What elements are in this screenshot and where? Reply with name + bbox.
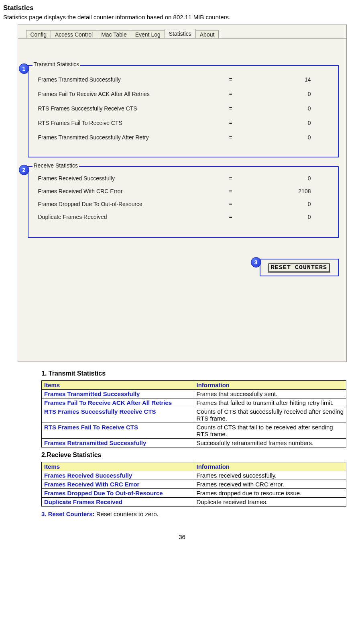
table-row: Frames Transmitted Successfully Frames t… (42, 390, 346, 398)
info-cell: Successfully retransmitted frames number… (194, 439, 346, 447)
transmit-rows: Frames Transmitted Successfully = 14 Fra… (38, 72, 334, 145)
stat-row: Frames Fail To Receive ACK After All Ret… (38, 87, 334, 101)
stat-label: Frames Fail To Receive ACK After All Ret… (38, 91, 199, 97)
info-cell: Counts of CTS that fail to be received a… (194, 423, 346, 439)
stat-eq: = (199, 105, 263, 112)
info-cell: Counts of CTS that successfully received… (194, 407, 346, 423)
table-header-items: Items (42, 381, 194, 390)
tab-access-control[interactable]: Access Control (51, 30, 97, 39)
tab-about[interactable]: About (195, 30, 219, 39)
tab-strip: Config Access Control Mac Table Event Lo… (26, 29, 219, 38)
callout-1: 1 (19, 63, 29, 74)
stat-value: 0 (263, 105, 311, 112)
item-cell: Frames Transmitted Successfully (42, 390, 194, 398)
stat-value: 2108 (263, 188, 311, 194)
stat-eq: = (199, 134, 263, 141)
item-cell: Frames Dropped Due To Out-of-Resource (42, 489, 194, 498)
table-row: RTS Frames Successfully Receive CTS Coun… (42, 407, 346, 423)
callout-2: 2 (19, 165, 29, 175)
stat-label: RTS Frames Successfully Receive CTS (38, 105, 199, 112)
stat-row: Duplicate Frames Received = 0 (38, 210, 334, 223)
item-cell: Frames Retransmitted Successfully (42, 439, 194, 447)
stat-label: Frames Received Successfully (38, 175, 199, 182)
receive-legend: Receive Statistics (33, 162, 79, 169)
section-3-bold: 3. Reset Counters: (41, 511, 95, 517)
stat-row: Frames Received Successfully = 0 (38, 172, 334, 185)
info-cell: Frames received with CRC error. (194, 480, 346, 489)
item-cell: RTS Frames Successfully Receive CTS (42, 407, 194, 423)
stat-row: Frames Dropped Due To Out-of-Resource = … (38, 198, 334, 210)
stat-value: 0 (263, 201, 311, 207)
table-row: Frames Dropped Due To Out-of-Resource Fr… (42, 489, 346, 498)
stat-row: Frames Transmitted Successfully After Re… (38, 130, 334, 145)
stat-value: 0 (263, 91, 311, 97)
section-3-rest: Reset counters to zero. (95, 511, 159, 517)
tab-event-log[interactable]: Event Log (131, 30, 165, 39)
stat-label: Frames Dropped Due To Out-of-Resource (38, 201, 199, 207)
item-cell: Frames Received With CRC Error (42, 480, 194, 489)
info-cell: Duplicate received frames. (194, 498, 346, 507)
reset-counters-wrap: RESET COUNTERS (260, 259, 339, 276)
table-row: Frames Received Successfully Frames rece… (42, 471, 346, 480)
stat-eq: = (199, 188, 263, 194)
section-3-line: 3. Reset Counters: Reset counters to zer… (41, 511, 361, 517)
stat-value: 0 (263, 120, 311, 126)
reset-counters-button[interactable]: RESET COUNTERS (268, 263, 330, 273)
table-row: RTS Frames Fail To Receive CTS Counts of… (42, 423, 346, 439)
transmit-legend: Transmit Statistics (33, 61, 81, 67)
callout-3: 3 (251, 257, 261, 268)
item-cell: Frames Fail To Receive ACK After All Ret… (42, 398, 194, 407)
stat-value: 0 (263, 134, 311, 141)
stat-label: Frames Transmitted Successfully After Re… (38, 134, 199, 141)
section-2-heading: 2.Recieve Statistics (41, 451, 361, 459)
stat-label: Frames Transmitted Successfully (38, 76, 199, 83)
tab-config[interactable]: Config (26, 30, 51, 39)
tab-mac-table[interactable]: Mac Table (97, 30, 131, 39)
stat-label: Frames Received With CRC Error (38, 188, 199, 194)
stat-eq: = (199, 76, 263, 83)
dialog-window: Config Access Control Mac Table Event Lo… (18, 25, 347, 362)
receive-statistics-group: Receive Statistics Frames Received Succe… (28, 166, 339, 238)
stat-row: RTS Frames Fail To Receive CTS = 0 (38, 116, 334, 130)
stat-value: 0 (263, 214, 311, 220)
transmit-statistics-table: Items Information Frames Transmitted Suc… (41, 380, 346, 447)
item-cell: Duplicate Frames Received (42, 498, 194, 507)
table-row: Duplicate Frames Received Duplicate rece… (42, 498, 346, 507)
stat-eq: = (199, 201, 263, 207)
stat-eq: = (199, 120, 263, 126)
stat-row: Frames Received With CRC Error = 2108 (38, 185, 334, 198)
table-header-information: Information (194, 462, 346, 471)
stat-eq: = (199, 91, 263, 97)
stat-row: RTS Frames Successfully Receive CTS = 0 (38, 101, 334, 116)
table-row: Frames Received With CRC Error Frames re… (42, 480, 346, 489)
stat-label: Duplicate Frames Received (38, 214, 199, 220)
page-title: Statistics (3, 4, 361, 12)
stat-eq: = (199, 214, 263, 220)
info-cell: Frames dropped due to resource issue. (194, 489, 346, 498)
table-row: Frames Fail To Receive ACK After All Ret… (42, 398, 346, 407)
intro-text: Statistics page displays the detail coun… (3, 14, 361, 20)
tab-strip-baseline (18, 38, 346, 39)
tab-statistics[interactable]: Statistics (165, 29, 196, 38)
stat-row: Frames Transmitted Successfully = 14 (38, 72, 334, 87)
receive-rows: Frames Received Successfully = 0 Frames … (38, 172, 334, 223)
info-cell: Frames that successfully sent. (194, 390, 346, 398)
table-header-information: Information (194, 381, 346, 390)
info-cell: Frames received successfully. (194, 471, 346, 480)
stat-value: 14 (263, 76, 311, 83)
receive-statistics-table: Items Information Frames Received Succes… (41, 462, 346, 507)
stat-label: RTS Frames Fail To Receive CTS (38, 120, 199, 126)
item-cell: RTS Frames Fail To Receive CTS (42, 423, 194, 439)
page-number: 36 (3, 533, 361, 540)
transmit-statistics-group: Transmit Statistics Frames Transmitted S… (28, 65, 339, 157)
item-cell: Frames Received Successfully (42, 471, 194, 480)
stat-value: 0 (263, 175, 311, 182)
table-row: Frames Retransmitted Successfully Succes… (42, 439, 346, 447)
stat-eq: = (199, 175, 263, 182)
info-cell: Frames that failed to transmit after hit… (194, 398, 346, 407)
section-1-heading: 1. Transmit Statistics (41, 370, 361, 377)
table-header-items: Items (42, 462, 194, 471)
